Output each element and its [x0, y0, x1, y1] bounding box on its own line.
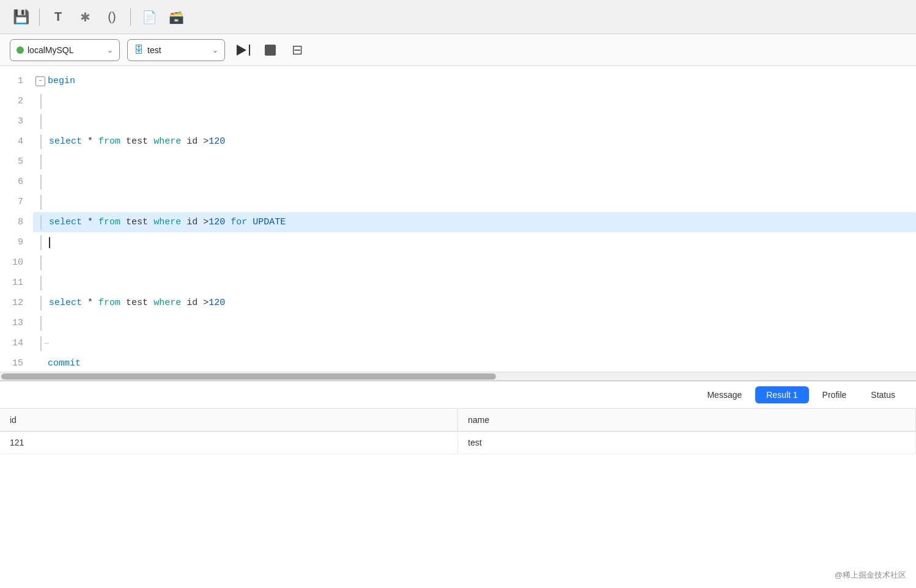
- kw-where-4: where: [153, 131, 181, 152]
- code-line-5: [35, 152, 916, 172]
- bracket-icon[interactable]: (): [101, 6, 123, 28]
- divider-1: [39, 9, 40, 26]
- tab-result1[interactable]: Result 1: [755, 386, 808, 403]
- kw-select-12: select: [49, 293, 82, 313]
- run-triangle-icon: [237, 45, 246, 56]
- kw-begin: begin: [48, 71, 75, 91]
- code-line-15: commit: [35, 353, 916, 372]
- code-line-3: [35, 111, 916, 131]
- col-header-name: name: [458, 409, 916, 432]
- kw-commit: commit: [48, 353, 81, 372]
- code-line-8: select * from test where id >120 for UPD…: [33, 212, 916, 232]
- table-row: 121 test: [0, 432, 916, 454]
- schema-selector[interactable]: 🗄 test ⌄: [127, 39, 225, 61]
- table-8: test: [126, 212, 148, 232]
- watermark: @稀上掘金技术社区: [835, 570, 906, 581]
- kw-select-4: select: [49, 131, 82, 152]
- code-line-2: [35, 91, 916, 111]
- table-icon[interactable]: 🗃️: [165, 6, 187, 28]
- star-8: *: [87, 212, 93, 232]
- text-cursor: [49, 237, 50, 248]
- divider-2: [130, 9, 131, 26]
- code-line-4: select * from test where id >120: [35, 131, 916, 152]
- star-4: *: [87, 131, 93, 152]
- code-line-12: select * from test where id >120: [35, 293, 916, 313]
- magic-icon[interactable]: ✱: [74, 6, 96, 28]
- horizontal-scrollbar[interactable]: [0, 372, 916, 380]
- results-table-container: id name 121 test @稀上掘金技术社区: [0, 409, 916, 588]
- code-line-14: [35, 333, 916, 353]
- kw-update-8: UPDATE: [253, 212, 286, 232]
- toolbar: 💾 T ✱ () 📄 🗃️: [0, 0, 916, 34]
- code-lines[interactable]: − begin select * from test: [31, 66, 916, 372]
- schema-icon: 🗄: [134, 45, 144, 56]
- table-header-row: id name: [0, 409, 916, 432]
- kw-from-4: from: [98, 131, 120, 152]
- tab-profile[interactable]: Profile: [811, 386, 858, 403]
- table-12: test: [126, 293, 148, 313]
- stop-square-icon: [265, 45, 276, 56]
- num-8: 120: [209, 212, 225, 232]
- connection-status-dot: [17, 46, 24, 54]
- scrollbar-thumb[interactable]: [1, 373, 496, 380]
- schema-dropdown-arrow: ⌄: [212, 46, 218, 54]
- code-line-1: − begin: [35, 71, 916, 91]
- save-icon[interactable]: 💾: [10, 6, 32, 28]
- run-button[interactable]: [232, 39, 254, 61]
- line-numbers: 1 2 3 4 5 6 7 8 9 10 11 12 13 14 15: [0, 66, 31, 372]
- id-8: id >: [187, 212, 209, 232]
- text-icon[interactable]: T: [47, 6, 69, 28]
- db-selector[interactable]: localMySQL ⌄: [10, 39, 120, 61]
- id-12: id >: [187, 293, 209, 313]
- code-line-10: [35, 252, 916, 273]
- kw-where-12: where: [153, 293, 181, 313]
- stop-button[interactable]: [262, 42, 279, 59]
- code-line-13: [35, 313, 916, 333]
- num-4: 120: [209, 131, 225, 152]
- code-editor[interactable]: 1 2 3 4 5 6 7 8 9 10 11 12 13 14 15 −: [0, 66, 916, 372]
- fold-icon-1[interactable]: −: [35, 76, 45, 86]
- cell-name-1: test: [458, 432, 916, 454]
- code-line-9: [35, 232, 916, 252]
- results-panel: Message Result 1 Profile Status id name …: [0, 380, 916, 588]
- cell-id-1: 121: [0, 432, 458, 454]
- db-name-label: localMySQL: [28, 45, 103, 55]
- code-line-6: [35, 172, 916, 192]
- kw-from-8: from: [98, 212, 120, 232]
- num-12: 120: [209, 293, 225, 313]
- split-button[interactable]: ⊟: [286, 39, 308, 61]
- doc-icon[interactable]: 📄: [138, 6, 160, 28]
- app-container: 💾 T ✱ () 📄 🗃️ localMySQL ⌄ 🗄 test ⌄ ⊟: [0, 0, 916, 588]
- kw-where-8: where: [153, 212, 181, 232]
- results-table: id name 121 test: [0, 409, 916, 454]
- col-header-id: id: [0, 409, 458, 432]
- kw-for-8: for: [231, 212, 247, 232]
- run-cursor-icon: [249, 45, 250, 56]
- id-4: id >: [187, 131, 209, 152]
- db-dropdown-arrow: ⌄: [107, 46, 113, 54]
- table-4: test: [126, 131, 148, 152]
- code-line-11: [35, 273, 916, 293]
- connection-bar: localMySQL ⌄ 🗄 test ⌄ ⊟: [0, 34, 916, 66]
- tab-status[interactable]: Status: [860, 386, 906, 403]
- kw-select-8: select: [49, 212, 82, 232]
- tab-message[interactable]: Message: [696, 386, 753, 403]
- star-12: *: [87, 293, 93, 313]
- editor-panel: 1 2 3 4 5 6 7 8 9 10 11 12 13 14 15 −: [0, 66, 916, 380]
- schema-name-label: test: [147, 45, 209, 55]
- code-line-7: [35, 192, 916, 212]
- results-tabs: Message Result 1 Profile Status: [0, 381, 916, 409]
- kw-from-12: from: [98, 293, 120, 313]
